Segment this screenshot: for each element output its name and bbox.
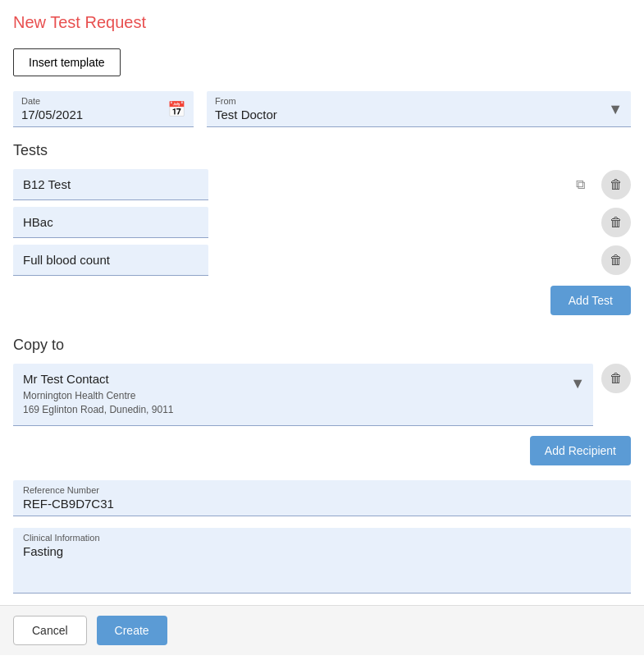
test-input-wrapper-2 [13,207,593,238]
test-input-1[interactable] [13,169,208,200]
clearfix-2: Add Recipient [13,433,631,480]
tests-section-title: Tests [13,142,631,159]
add-test-button[interactable]: Add Test [550,286,631,315]
test-input-3[interactable] [13,245,208,276]
add-recipient-button[interactable]: Add Recipient [530,436,631,465]
date-label: Date [21,96,185,106]
from-value: Test Doctor [215,108,623,121]
delete-test-2-button[interactable]: 🗑 [601,208,631,237]
clinical-information-field[interactable]: Clinical Information Fasting [13,528,631,594]
date-field[interactable]: Date 17/05/2021 📅 [13,91,194,127]
cancel-button[interactable]: Cancel [13,616,87,645]
page-title: New Test Request [13,13,631,32]
recipient-row: Mr Test Contact Mornington Health Centre… [13,364,631,426]
copy-to-section-title: Copy to [13,337,631,354]
date-value: 17/05/2021 [21,108,185,121]
clearfix: Add Test [13,282,631,330]
delete-icon-2: 🗑 [610,215,623,230]
recipient-field[interactable]: Mr Test Contact Mornington Health Centre… [13,364,593,426]
test-input-wrapper-1: ⧉ [13,169,593,200]
calendar-icon[interactable]: 📅 [167,100,185,118]
recipient-dropdown-icon[interactable]: ▼ [570,375,585,392]
delete-test-1-button[interactable]: 🗑 [601,170,631,199]
reference-number-field[interactable]: Reference Number REF-CB9D7C31 [13,480,631,516]
insert-template-button[interactable]: Insert template [13,48,121,76]
recipient-address-line1: Mornington Health Centre [23,389,564,403]
clinical-information-value: Fasting [23,544,621,558]
delete-recipient-icon: 🗑 [610,371,623,386]
test-input-wrapper-3 [13,245,593,276]
clinical-information-label: Clinical Information [23,533,621,543]
footer-bar: Cancel Create [0,605,644,655]
reference-number-label: Reference Number [23,485,621,495]
from-field[interactable]: From Test Doctor ▼ [207,91,631,127]
delete-icon-1: 🗑 [610,177,623,192]
date-from-row: Date 17/05/2021 📅 From Test Doctor ▼ [13,91,631,127]
template-copy-icon-1[interactable]: ⧉ [576,177,585,192]
delete-recipient-button[interactable]: 🗑 [601,364,631,393]
test-row: 🗑 [13,207,631,238]
delete-test-3-button[interactable]: 🗑 [601,245,631,275]
recipient-name: Mr Test Contact [23,372,564,386]
tests-section: Tests ⧉ 🗑 🗑 🗑 [13,142,631,330]
copy-to-section: Copy to Mr Test Contact Mornington Healt… [13,337,631,480]
from-label: From [215,96,623,106]
test-row: 🗑 [13,245,631,276]
test-input-2[interactable] [13,207,208,238]
create-button[interactable]: Create [97,616,167,645]
recipient-address-line2: 169 Eglinton Road, Dunedin, 9011 [23,403,564,417]
test-row: ⧉ 🗑 [13,169,631,200]
from-dropdown-icon[interactable]: ▼ [608,100,623,117]
reference-number-value: REF-CB9D7C31 [23,497,621,511]
delete-icon-3: 🗑 [610,253,623,268]
